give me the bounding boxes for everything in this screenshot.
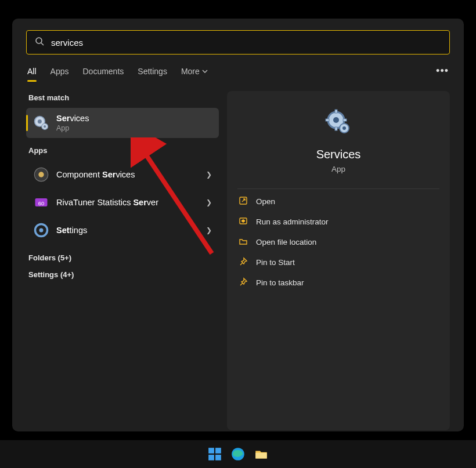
start-button[interactable] [207,447,222,462]
component-services-icon [33,166,49,183]
start-search-panel: All Apps Documents Settings More ••• Bes… [12,19,464,431]
chevron-right-icon: ❯ [206,226,212,234]
section-best-match: Best match [28,93,219,102]
svg-point-14 [333,117,339,123]
result-title: Settings [56,226,206,235]
divider [237,188,439,189]
overflow-menu-button[interactable]: ••• [436,65,449,83]
svg-text:60: 60 [38,201,44,206]
svg-rect-25 [208,455,214,460]
svg-point-20 [342,126,346,130]
action-label: Pin to taskbar [256,278,304,287]
action-label: Open file location [256,238,316,246]
result-title: Component Services [56,170,206,179]
result-title: Services [56,114,212,123]
svg-point-3 [38,119,42,124]
svg-rect-15 [335,110,337,113]
action-label: Pin to Start [256,258,295,267]
result-best-match[interactable]: Services App [26,108,219,138]
result-title: RivaTuner Statistics Server [56,198,206,207]
svg-point-5 [44,125,46,128]
preview-title: Services [316,148,361,161]
svg-line-1 [41,43,44,45]
chevron-down-icon [202,67,208,76]
result-component-services[interactable]: Component Services ❯ [26,161,219,188]
chevron-right-icon: ❯ [206,198,212,206]
svg-point-7 [38,172,44,177]
search-icon [35,37,44,48]
result-subtitle: App [56,124,212,132]
action-label: Open [256,197,275,206]
svg-point-0 [36,38,42,43]
services-gear-icon [33,115,49,131]
svg-rect-17 [326,119,329,121]
tab-all[interactable]: All [27,67,37,82]
tab-apps[interactable]: Apps [51,67,69,82]
action-open[interactable]: Open [237,191,439,212]
svg-rect-26 [215,455,221,460]
tab-settings[interactable]: Settings [138,67,167,82]
edge-icon[interactable] [230,447,246,462]
section-settings[interactable]: Settings (4+) [28,270,219,279]
svg-rect-16 [335,127,337,130]
pin-icon [239,277,248,288]
file-explorer-icon[interactable] [254,447,269,462]
rivatuner-icon: 60 [33,194,49,211]
tab-documents[interactable]: Documents [82,67,124,82]
shield-admin-icon [239,216,248,227]
taskbar [0,440,476,468]
tab-more[interactable]: More [181,67,208,82]
open-icon [239,196,248,207]
preview-subtitle: App [331,165,345,173]
svg-rect-24 [215,448,221,454]
svg-point-11 [39,228,44,233]
tab-more-label: More [181,67,200,76]
settings-gear-icon [33,222,49,238]
preview-hero-icon [324,108,352,136]
section-folders[interactable]: Folders (5+) [28,253,219,262]
section-apps: Apps [28,146,219,155]
pin-icon [239,257,248,268]
result-settings[interactable]: Settings ❯ [26,216,219,244]
search-bar[interactable] [26,30,450,55]
action-run-admin[interactable]: Run as administrator [237,212,439,232]
action-label: Run as administrator [256,217,329,226]
action-pin-start[interactable]: Pin to Start [237,252,439,273]
svg-rect-18 [343,119,347,121]
action-pin-taskbar[interactable]: Pin to taskbar [237,273,439,293]
chevron-right-icon: ❯ [206,170,212,179]
results-list: Best match Services App Apps [26,91,219,430]
action-open-location[interactable]: Open file location [237,232,439,252]
svg-rect-28 [255,453,267,459]
folder-icon [239,237,248,248]
filter-tabs: All Apps Documents Settings More ••• [26,65,450,83]
search-input[interactable] [44,38,441,48]
svg-rect-23 [208,448,214,454]
result-rivatuner[interactable]: 60 RivaTuner Statistics Server ❯ [26,188,219,216]
preview-pane: Services App Open Run as administrator O… [227,91,450,430]
